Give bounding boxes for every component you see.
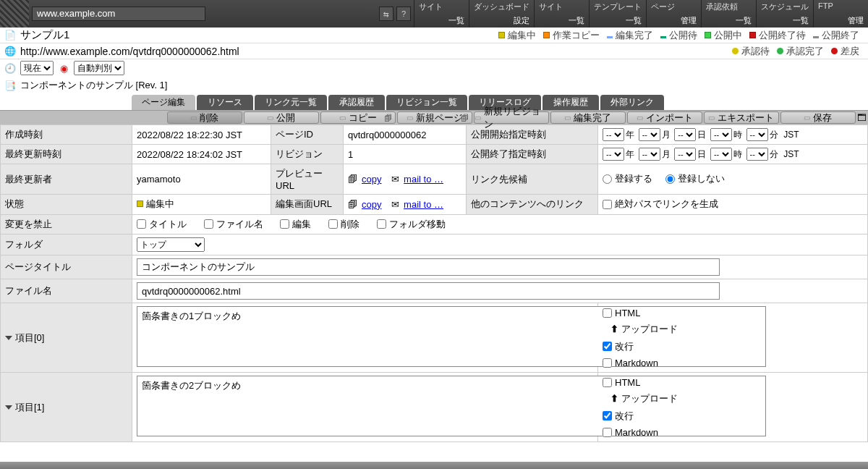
edit-copy-link[interactable]: copy xyxy=(362,199,381,210)
menu-ftp[interactable]: FTP管理 xyxy=(813,0,868,28)
export-button[interactable]: ▭エキスポート xyxy=(704,111,779,124)
value-updated: 2022/08/22 18:24:02 JST xyxy=(132,145,271,164)
folder-select[interactable]: トップ xyxy=(137,237,205,252)
pubstart-min[interactable]: -- xyxy=(746,128,768,141)
item0-upload[interactable]: ⬆アップロード xyxy=(603,323,863,336)
value-updater: yamamoto xyxy=(132,164,271,195)
mail-icon: ✉ xyxy=(391,174,399,185)
label-linkcand: リンク先候補 xyxy=(467,164,598,195)
help-icon[interactable]: ? xyxy=(396,7,411,21)
lock-file-check[interactable] xyxy=(204,219,213,229)
copy-menu-icon: 🗐 xyxy=(384,114,392,122)
tab-approval-history[interactable]: 承認履歴 xyxy=(328,95,385,110)
label-updater: 最終更新者 xyxy=(1,164,132,195)
editdone-button[interactable]: ▭編集完了 xyxy=(550,111,626,124)
label-pubend: 公開終了指定時刻 xyxy=(467,145,598,164)
item0-br-check[interactable] xyxy=(603,342,612,351)
menu-dashboard[interactable]: ダッシュボード設定 xyxy=(469,0,534,28)
page-title-row: 📄 サンプル1 編集中 作業コピー 編集完了 公開待 公開中 公開終了待 公開終… xyxy=(0,28,868,43)
lock-delete-check[interactable] xyxy=(328,219,338,229)
globe-icon: 🌐 xyxy=(4,46,16,56)
value-state: 編集中 xyxy=(132,195,271,215)
label-updated: 最終更新時刻 xyxy=(1,145,132,164)
app-logo xyxy=(0,0,29,28)
item1-html-check[interactable] xyxy=(603,378,612,387)
item1-upload[interactable]: ⬆アップロード xyxy=(603,392,863,405)
pubstart-year[interactable]: -- xyxy=(603,128,624,141)
lock-move-check[interactable] xyxy=(377,219,386,229)
edit-mail-link[interactable]: mail to … xyxy=(404,199,443,210)
component-icon: 📑 xyxy=(4,80,16,91)
lock-edit-check[interactable] xyxy=(280,219,289,229)
pubend-hour[interactable]: -- xyxy=(710,148,732,161)
register-no-radio[interactable] xyxy=(665,174,675,184)
auto-select[interactable]: 自動判別 xyxy=(74,61,124,75)
newrev-button[interactable]: ▭新規リビジョン xyxy=(474,111,549,124)
url-area: www.example.com ⇆ ? xyxy=(29,0,414,28)
page-icon: 📄 xyxy=(4,30,16,41)
page-url-row: 🌐 http://www.example.com/qvtdrq000000006… xyxy=(0,43,868,59)
menu-template[interactable]: テンプレート一覧 xyxy=(589,0,646,28)
item0-cell: 箇条書きの1ブロックめ xyxy=(132,303,598,373)
tab-page-edit[interactable]: ページ編集 xyxy=(132,95,195,110)
top-menu: サイト一覧 ダッシュボード設定 サイト一覧 テンプレート一覧 ページ管理 承認依… xyxy=(414,0,868,28)
pubstart-day[interactable]: -- xyxy=(674,128,696,141)
abs-link-check[interactable] xyxy=(603,200,612,209)
tab-external-link[interactable]: 外部リンク xyxy=(600,95,664,110)
import-button[interactable]: ▭インポート xyxy=(627,111,702,124)
item1-md-check[interactable] xyxy=(603,428,612,437)
pubend-day[interactable]: -- xyxy=(674,148,696,161)
top-bar: www.example.com ⇆ ? サイト一覧 ダッシュボード設定 サイト一… xyxy=(0,0,868,28)
save-button[interactable]: ▭保存 xyxy=(780,111,856,124)
publish-button[interactable]: ▭公開 xyxy=(244,111,319,124)
editurl-actions: 🗐copy ✉mail to … xyxy=(344,195,467,215)
preview-mail-link[interactable]: mail to … xyxy=(404,174,443,185)
toggle-icon[interactable]: ⇆ xyxy=(379,7,393,21)
tab-operation-history[interactable]: 操作履歴 xyxy=(542,95,599,110)
status-legend: 編集中 作業コピー 編集完了 公開待 公開中 公開終了待 公開終了 xyxy=(498,29,864,42)
tab-bar: ページ編集 リソース リンク元一覧 承認履歴 リビジョン一覧 リリースログ 操作… xyxy=(0,96,868,110)
pubend-year[interactable]: -- xyxy=(603,148,624,161)
chevron-down-icon[interactable] xyxy=(5,405,12,410)
label-editurl: 編集画面URL xyxy=(271,195,344,215)
item0-html-check[interactable] xyxy=(603,308,612,318)
menu-site-list[interactable]: サイト一覧 xyxy=(414,0,469,28)
filename-cell xyxy=(132,279,868,303)
delete-button[interactable]: ▭削除 xyxy=(167,111,242,124)
value-pageid: qvtdrq0000000062 xyxy=(344,125,467,145)
newpage-button[interactable]: ▭新規ページ🗐 xyxy=(397,111,472,124)
label-item0: 項目[0] xyxy=(1,303,132,373)
tab-resource[interactable]: リソース xyxy=(197,95,253,110)
previewurl-actions: 🗐copy ✉mail to … xyxy=(344,164,467,195)
tab-linksrc[interactable]: リンク元一覧 xyxy=(255,95,327,110)
pubend-min[interactable]: -- xyxy=(746,148,768,161)
lock-title-check[interactable] xyxy=(137,219,146,229)
filename-input[interactable] xyxy=(137,282,720,300)
copy-button[interactable]: ▭コピー🗐 xyxy=(320,111,396,124)
pagetitle-input[interactable] xyxy=(137,258,720,276)
menu-site-list2[interactable]: サイト一覧 xyxy=(534,0,589,28)
menu-approval[interactable]: 承認依頼一覧 xyxy=(701,0,756,28)
settings-icon[interactable]: 🗔 xyxy=(856,111,868,124)
register-yes-radio[interactable] xyxy=(603,174,612,184)
mail-icon: ✉ xyxy=(391,199,399,210)
site-url: www.example.com xyxy=(32,7,205,21)
record-icon: ◉ xyxy=(58,62,69,74)
pubstart-hour[interactable]: -- xyxy=(710,128,732,141)
menu-schedule[interactable]: スケジュール一覧 xyxy=(756,0,813,28)
newpage-menu-icon: 🗐 xyxy=(461,114,469,122)
item0-md-check[interactable] xyxy=(603,358,612,368)
value-revision: 1 xyxy=(344,145,467,164)
item1-br-check[interactable] xyxy=(603,411,612,421)
label-pageid: ページID xyxy=(271,125,344,145)
chevron-down-icon[interactable] xyxy=(5,336,12,340)
tab-revisions[interactable]: リビジョン一覧 xyxy=(386,95,467,110)
pubstart-controls: -- 年 -- 月 -- 日 -- 時 -- 分 JST xyxy=(598,125,868,145)
preview-copy-link[interactable]: copy xyxy=(362,174,381,185)
time-select[interactable]: 現在 xyxy=(20,61,54,75)
pubstart-month[interactable]: -- xyxy=(639,128,660,141)
label-previewurl: プレビューURL xyxy=(271,164,344,195)
time-select-row: 🕘 現在 ◉ 自動判別 xyxy=(0,59,868,77)
pubend-month[interactable]: -- xyxy=(639,148,660,161)
menu-page[interactable]: ページ管理 xyxy=(646,0,701,28)
